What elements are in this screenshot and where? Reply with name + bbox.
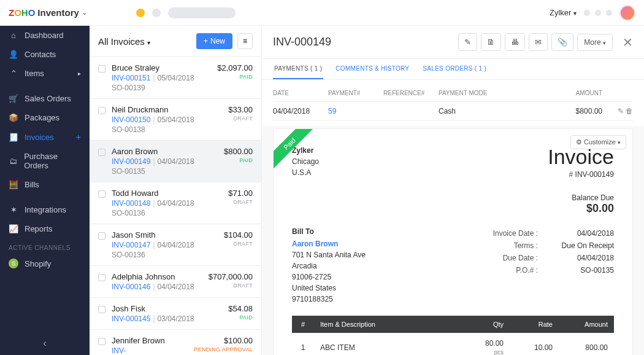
- bills-icon: 🧮: [9, 180, 18, 189]
- payment-row[interactable]: 04/04/2018 59 Cash $800.00 ✎ 🗑: [273, 102, 633, 121]
- sidebar-collapse[interactable]: ‹: [0, 332, 90, 355]
- packages-icon: 📦: [9, 113, 18, 122]
- checkbox[interactable]: [98, 190, 105, 198]
- sidebar: ⌂Dashboard👤Contacts⌃Items▸🛒Sales Orders📦…: [0, 26, 90, 355]
- invoice-link[interactable]: INV-000148: [112, 199, 150, 208]
- status-badge: PENDING APPROVAL: [194, 346, 253, 353]
- print-button[interactable]: 🖶: [505, 33, 525, 51]
- checkbox[interactable]: [98, 65, 105, 72]
- checkbox[interactable]: [98, 232, 105, 240]
- invoice-list-pane: All Invoices ▾ +New ≡ Bruce Straley INV-…: [90, 26, 262, 355]
- tab-comments[interactable]: COMMENTS & HISTORY: [334, 59, 410, 79]
- invoice-row[interactable]: Jennifer Brown INV-000144|31/03/2018 $10…: [90, 330, 261, 355]
- avatar[interactable]: [619, 5, 635, 21]
- page-title: INV-000149: [273, 36, 331, 49]
- mail-button[interactable]: ✉: [529, 33, 548, 51]
- status-badge: DRAFT: [224, 241, 253, 247]
- chevron-right-icon: ▸: [78, 70, 81, 77]
- customize-button[interactable]: ⚙ Customize ▾: [570, 135, 626, 149]
- invoice-link[interactable]: INV-000146: [112, 283, 150, 291]
- checkbox[interactable]: [98, 306, 105, 313]
- add-icon[interactable]: +: [76, 132, 81, 142]
- edit-button[interactable]: ✎: [458, 33, 477, 51]
- sidebar-section: ACTIVE CHANNELS: [0, 238, 90, 254]
- invoice-row[interactable]: Josh Fisk INV-000145|03/04/2018 $54.08PA…: [90, 298, 261, 330]
- sidebar-item-items[interactable]: ⌃Items▸: [0, 64, 90, 83]
- col-amount: AMOUNT: [541, 90, 602, 96]
- invoice-link[interactable]: INV-000151: [112, 74, 150, 82]
- channel-shopify[interactable]: SShopify: [0, 254, 90, 273]
- sidebar-item-invoices[interactable]: 🧾Invoices+: [0, 127, 90, 147]
- sidebar-item-contacts[interactable]: 👤Contacts: [0, 45, 90, 64]
- invoice-row[interactable]: Todd Howard INV-000148|04/04/2018 SO-001…: [90, 182, 261, 224]
- invoice-link[interactable]: INV-000150: [112, 115, 150, 124]
- invoice-link[interactable]: INV-000144: [112, 346, 136, 355]
- sidebar-item-integrations[interactable]: ✶Integrations: [0, 200, 90, 219]
- detail-pane: INV-000149 ✎ 🗎 🖶 ✉ 📎 More ▾ ✕ PAYMENTS (…: [262, 26, 644, 355]
- gear-icon: ⚙: [576, 138, 582, 146]
- balance-label: Balance Due: [548, 193, 614, 202]
- invoice-document: ⚙ Customize ▾ Paid Zylker Chicago U.S.A …: [273, 128, 633, 355]
- payment-link[interactable]: 59: [328, 107, 336, 115]
- tab-sales-orders[interactable]: SALES ORDERS ( 1 ): [421, 59, 488, 79]
- sales orders-icon: 🛒: [9, 94, 18, 103]
- new-button[interactable]: +New: [196, 33, 232, 49]
- status-badge: DRAFT: [209, 283, 253, 289]
- pdf-button[interactable]: 🗎: [481, 33, 501, 51]
- close-icon[interactable]: ✕: [623, 35, 633, 50]
- sidebar-item-sales-orders[interactable]: 🛒Sales Orders: [0, 89, 90, 108]
- items-icon: ⌃: [9, 69, 18, 78]
- col-date: DATE: [273, 90, 328, 96]
- invoice-row[interactable]: Adelphia Johnson INV-000146|04/04/2018 $…: [90, 266, 261, 298]
- invoice-link[interactable]: INV-000147: [112, 241, 150, 249]
- header-dots: [584, 10, 612, 16]
- app-name: Inventory: [37, 7, 79, 18]
- checkbox[interactable]: [98, 107, 105, 114]
- sidebar-item-packages[interactable]: 📦Packages: [0, 108, 90, 127]
- sidebar-item-purchase-orders[interactable]: 🗂Purchase Orders: [0, 147, 90, 175]
- list-menu-button[interactable]: ≡: [237, 33, 253, 49]
- checkbox[interactable]: [98, 149, 105, 156]
- checkbox[interactable]: [98, 274, 105, 281]
- col-payment-no: PAYMENT#: [328, 90, 383, 96]
- delete-icon[interactable]: 🗑: [626, 107, 633, 115]
- status-badge: DRAFT: [228, 115, 253, 122]
- more-button[interactable]: More ▾: [577, 34, 613, 51]
- reports-icon: 📈: [9, 224, 18, 233]
- col-mode: PAYMENT MODE: [439, 90, 541, 96]
- col-reference: REFERENCE#: [383, 90, 439, 96]
- status-badge: PAID: [224, 157, 253, 163]
- list-title[interactable]: All Invoices ▾: [98, 36, 150, 47]
- tab-payments[interactable]: PAYMENTS ( 1 ): [273, 59, 323, 79]
- org-switcher[interactable]: Zylker ▾: [550, 8, 577, 17]
- sidebar-item-reports[interactable]: 📈Reports: [0, 219, 90, 238]
- app-logo[interactable]: ZOHO Inventory ⌄: [9, 7, 87, 18]
- bill-to: Bill To Aaron Brown 701 N Santa Anita Av…: [292, 227, 366, 305]
- invoice-row[interactable]: Aaron Brown INV-000149|04/04/2018 SO-001…: [90, 141, 261, 182]
- invoice-row[interactable]: Bruce Straley INV-000151|05/04/2018 SO-0…: [90, 57, 261, 99]
- integrations-icon: ✶: [9, 205, 18, 214]
- invoice-link[interactable]: INV-000149: [112, 157, 150, 166]
- attach-button[interactable]: 📎: [551, 33, 573, 51]
- invoice-meta: Invoice Date :04/04/2018Terms :Due On Re…: [493, 227, 614, 305]
- item-row: 1ABC ITEM80.00pcs10.00800.00: [292, 333, 614, 355]
- paid-ribbon: Paid: [274, 129, 316, 172]
- customer-link[interactable]: Aaron Brown: [292, 238, 366, 249]
- invoice-row[interactable]: Jason Smith INV-000147|04/04/2018 SO-001…: [90, 224, 261, 266]
- edit-icon[interactable]: ✎: [618, 107, 624, 115]
- sidebar-item-bills[interactable]: 🧮Bills: [0, 175, 90, 194]
- balance-amount: $0.00: [548, 202, 614, 215]
- status-badge: PAID: [228, 314, 253, 321]
- chevron-down-icon[interactable]: ⌄: [82, 9, 87, 17]
- checkbox[interactable]: [98, 338, 105, 345]
- contacts-icon: 👤: [9, 50, 18, 59]
- items-table: # Item & Description Qty Rate Amount 1AB…: [292, 316, 614, 355]
- status-badge: DRAFT: [228, 199, 253, 205]
- invoice-link[interactable]: INV-000145: [112, 314, 150, 323]
- invoice-row[interactable]: Neil Druckmann INV-000150|05/04/2018 SO-…: [90, 99, 261, 141]
- plus-icon: +: [204, 37, 208, 45]
- invoices-icon: 🧾: [9, 133, 18, 142]
- sidebar-item-dashboard[interactable]: ⌂Dashboard: [0, 26, 90, 45]
- topbar: ZOHO Inventory ⌄ Zylker ▾: [0, 0, 644, 26]
- purchase orders-icon: 🗂: [9, 157, 18, 166]
